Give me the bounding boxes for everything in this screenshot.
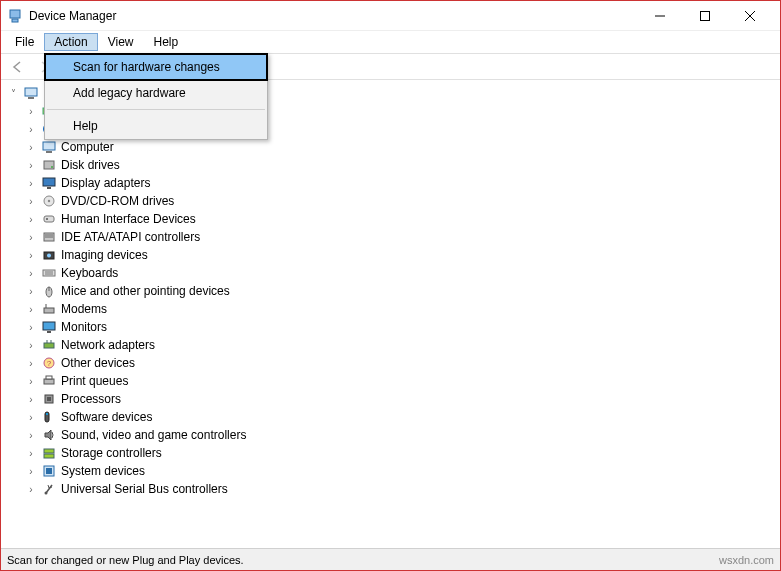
tree-item[interactable]: ›Processors <box>7 390 780 408</box>
tree-item[interactable]: ›Storage controllers <box>7 444 780 462</box>
svg-point-25 <box>47 254 51 258</box>
expand-icon[interactable]: › <box>25 214 37 225</box>
tree-item[interactable]: ›Universal Serial Bus controllers <box>7 480 780 498</box>
dvd-icon <box>41 193 57 209</box>
tree-item[interactable]: ›Monitors <box>7 318 780 336</box>
tree-item-label: Print queues <box>61 374 128 388</box>
svg-rect-26 <box>43 270 55 276</box>
tree-item[interactable]: ›Display adapters <box>7 174 780 192</box>
menu-view[interactable]: View <box>98 33 144 51</box>
expand-icon[interactable]: › <box>25 394 37 405</box>
expand-icon[interactable]: › <box>25 448 37 459</box>
device-tree[interactable]: ˅ ›Batteries›Bluetooth›Computer›Disk dri… <box>1 80 780 547</box>
tree-item-label: Modems <box>61 302 107 316</box>
svg-rect-19 <box>44 216 54 222</box>
expand-icon[interactable]: › <box>25 106 37 117</box>
tree-item[interactable]: ›Sound, video and game controllers <box>7 426 780 444</box>
svg-rect-46 <box>44 449 54 453</box>
keyboard-icon <box>41 265 57 281</box>
menu-action-help[interactable]: Help <box>45 113 267 139</box>
menu-scan-hardware[interactable]: Scan for hardware changes <box>45 54 267 80</box>
expand-icon[interactable]: › <box>25 268 37 279</box>
status-bar: Scan for changed or new Plug and Play de… <box>1 548 780 570</box>
tree-item[interactable]: ›IDE ATA/ATAPI controllers <box>7 228 780 246</box>
expand-icon[interactable]: › <box>25 232 37 243</box>
expand-icon[interactable]: ˅ <box>7 88 19 99</box>
tree-item[interactable]: ›?Other devices <box>7 354 780 372</box>
expand-icon[interactable]: › <box>25 250 37 261</box>
tree-item-label: System devices <box>61 464 145 478</box>
svg-rect-16 <box>47 187 51 189</box>
tree-item-label: Computer <box>61 140 114 154</box>
tree-item-label: Disk drives <box>61 158 120 172</box>
window-controls <box>637 2 772 30</box>
expand-icon[interactable]: › <box>25 466 37 477</box>
svg-rect-6 <box>25 88 37 96</box>
tree-item[interactable]: ›Disk drives <box>7 156 780 174</box>
svg-rect-35 <box>44 343 54 348</box>
tree-item[interactable]: ›Computer <box>7 138 780 156</box>
tree-item-label: Sound, video and game controllers <box>61 428 246 442</box>
device-manager-icon <box>7 8 23 24</box>
expand-icon[interactable]: › <box>25 286 37 297</box>
tree-item[interactable]: ›Modems <box>7 300 780 318</box>
expand-icon[interactable]: › <box>25 196 37 207</box>
expand-icon[interactable]: › <box>25 340 37 351</box>
tree-item[interactable]: ›Software devices <box>7 408 780 426</box>
expand-icon[interactable]: › <box>25 430 37 441</box>
hid-icon <box>41 211 57 227</box>
tree-item[interactable]: ›Mice and other pointing devices <box>7 282 780 300</box>
svg-rect-40 <box>44 379 54 384</box>
svg-rect-49 <box>46 468 52 474</box>
menu-action[interactable]: Action <box>44 33 97 51</box>
computer-icon <box>41 139 57 155</box>
display-icon <box>41 175 57 191</box>
minimize-button[interactable] <box>637 2 682 30</box>
tree-item-label: Software devices <box>61 410 152 424</box>
tree-item[interactable]: ›DVD/CD-ROM drives <box>7 192 780 210</box>
menu-separator <box>47 109 265 110</box>
modem-icon <box>41 301 57 317</box>
expand-icon[interactable]: › <box>25 322 37 333</box>
expand-icon[interactable]: › <box>25 178 37 189</box>
expand-icon[interactable]: › <box>25 124 37 135</box>
cpu-icon <box>41 391 57 407</box>
mouse-icon <box>41 283 57 299</box>
tree-item[interactable]: ›Imaging devices <box>7 246 780 264</box>
monitor-icon <box>41 319 57 335</box>
tree-item[interactable]: ›Network adapters <box>7 336 780 354</box>
imaging-icon <box>41 247 57 263</box>
sound-icon <box>41 427 57 443</box>
system-icon <box>41 463 57 479</box>
expand-icon[interactable]: › <box>25 160 37 171</box>
maximize-button[interactable] <box>682 2 727 30</box>
expand-icon[interactable]: › <box>25 142 37 153</box>
tree-item[interactable]: ›Human Interface Devices <box>7 210 780 228</box>
expand-icon[interactable]: › <box>25 484 37 495</box>
menu-file[interactable]: File <box>5 33 44 51</box>
other-icon: ? <box>41 355 57 371</box>
svg-rect-12 <box>46 151 52 153</box>
brand-text: wsxdn.com <box>719 554 774 566</box>
svg-point-14 <box>51 166 53 168</box>
tree-item[interactable]: ›Print queues <box>7 372 780 390</box>
expand-icon[interactable]: › <box>25 358 37 369</box>
tree-item-label: Network adapters <box>61 338 155 352</box>
menu-bar: File Action View Help <box>1 31 780 54</box>
close-button[interactable] <box>727 2 772 30</box>
expand-icon[interactable]: › <box>25 412 37 423</box>
back-button[interactable] <box>7 56 29 78</box>
tree-item-label: Universal Serial Bus controllers <box>61 482 228 496</box>
tree-item-label: Other devices <box>61 356 135 370</box>
tree-item-label: Display adapters <box>61 176 150 190</box>
tree-item-label: Human Interface Devices <box>61 212 196 226</box>
tree-item[interactable]: ›System devices <box>7 462 780 480</box>
expand-icon[interactable]: › <box>25 376 37 387</box>
menu-add-legacy[interactable]: Add legacy hardware <box>45 80 267 106</box>
menu-help[interactable]: Help <box>144 33 189 51</box>
storage-icon <box>41 445 57 461</box>
svg-rect-41 <box>46 376 52 379</box>
expand-icon[interactable]: › <box>25 304 37 315</box>
tree-item[interactable]: ›Keyboards <box>7 264 780 282</box>
svg-rect-1 <box>12 19 18 22</box>
